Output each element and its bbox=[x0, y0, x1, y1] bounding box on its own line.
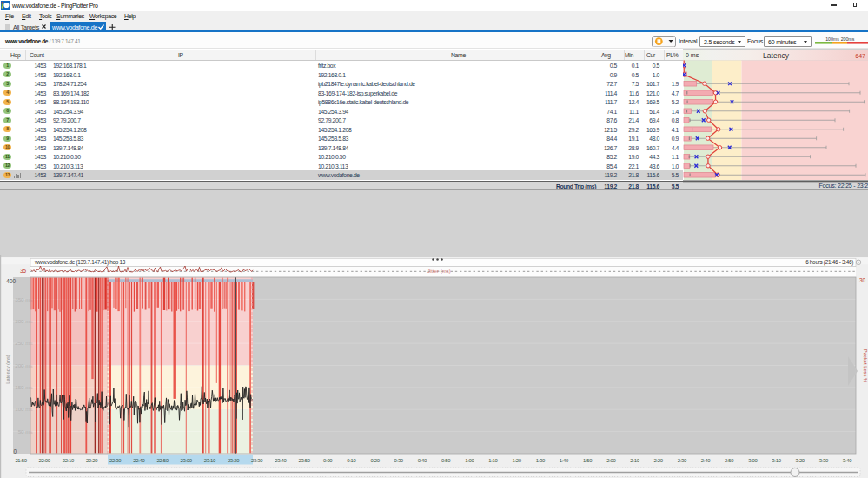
svg-text:1:20: 1:20 bbox=[512, 458, 521, 463]
svg-text:Jitter (ms): Jitter (ms) bbox=[427, 269, 451, 274]
svg-text:30: 30 bbox=[859, 277, 866, 283]
svg-text:3:30: 3:30 bbox=[819, 458, 829, 463]
svg-text:2:20: 2:20 bbox=[653, 458, 663, 463]
svg-text:22:00: 22:00 bbox=[39, 458, 51, 463]
svg-text:23:10: 23:10 bbox=[204, 458, 216, 463]
svg-text:2:40: 2:40 bbox=[701, 458, 711, 463]
svg-text:Latency: Latency bbox=[763, 51, 790, 60]
svg-text:2:00: 2:00 bbox=[606, 458, 616, 463]
svg-text:250 ms: 250 ms bbox=[15, 340, 32, 346]
svg-text:Focus: 22:25 - 23:2: Focus: 22:25 - 23:2 bbox=[818, 183, 868, 189]
svg-text:22:10: 22:10 bbox=[63, 458, 75, 463]
svg-text:0:00: 0:00 bbox=[323, 458, 333, 463]
svg-text:2:30: 2:30 bbox=[678, 458, 687, 463]
svg-text:22:40: 22:40 bbox=[133, 458, 145, 463]
svg-text:0 ms: 0 ms bbox=[686, 52, 699, 58]
svg-text:23:30: 23:30 bbox=[251, 458, 263, 463]
svg-text:3:00: 3:00 bbox=[748, 458, 758, 463]
svg-text:www.vodafone.de (139.7.147.41): www.vodafone.de (139.7.147.41) hop 13 bbox=[34, 259, 126, 266]
svg-text:1:30: 1:30 bbox=[536, 458, 546, 463]
svg-text:6 hours (21:46 - 3:46): 6 hours (21:46 - 3:46) bbox=[805, 259, 853, 266]
svg-text:400: 400 bbox=[6, 278, 16, 284]
svg-text:21:50: 21:50 bbox=[15, 458, 27, 463]
svg-text:23:50: 23:50 bbox=[298, 458, 310, 463]
svg-text:23:20: 23:20 bbox=[228, 458, 240, 463]
svg-text:0:20: 0:20 bbox=[370, 458, 380, 463]
svg-text:35: 35 bbox=[20, 268, 27, 274]
svg-text:350 ms: 350 ms bbox=[15, 296, 32, 302]
svg-text:1:40: 1:40 bbox=[560, 458, 569, 463]
svg-text:1:10: 1:10 bbox=[488, 458, 498, 463]
svg-text:23:40: 23:40 bbox=[275, 458, 287, 463]
svg-text:647: 647 bbox=[855, 53, 865, 59]
svg-text:0:50: 0:50 bbox=[441, 458, 451, 463]
svg-text:0:30: 0:30 bbox=[394, 458, 404, 463]
svg-text:200ms: 200ms bbox=[841, 37, 855, 42]
svg-text:22:20: 22:20 bbox=[86, 458, 98, 463]
svg-text:2:10: 2:10 bbox=[630, 458, 639, 463]
svg-text:3:10: 3:10 bbox=[772, 458, 781, 463]
svg-text:3:40: 3:40 bbox=[843, 458, 852, 463]
svg-text:3:20: 3:20 bbox=[796, 458, 805, 463]
svg-text:100ms: 100ms bbox=[825, 37, 839, 42]
svg-text:Latency (ms): Latency (ms) bbox=[5, 355, 10, 384]
svg-text:200 ms: 200 ms bbox=[15, 362, 32, 368]
svg-text:2:50: 2:50 bbox=[725, 458, 734, 463]
svg-text:0:40: 0:40 bbox=[418, 458, 427, 463]
svg-text:1:00: 1:00 bbox=[465, 458, 474, 463]
svg-text:300 ms: 300 ms bbox=[15, 318, 32, 324]
svg-text:0:10: 0:10 bbox=[347, 458, 356, 463]
svg-text:1:50: 1:50 bbox=[583, 458, 593, 463]
svg-text:150 ms: 150 ms bbox=[15, 384, 32, 390]
svg-text:Packet Loss %: Packet Loss % bbox=[863, 349, 868, 382]
svg-text:22:30: 22:30 bbox=[109, 458, 122, 463]
svg-text:22:50: 22:50 bbox=[156, 458, 169, 463]
svg-text:0: 0 bbox=[13, 448, 17, 455]
svg-text:100 ms: 100 ms bbox=[15, 406, 32, 412]
svg-text:23:00: 23:00 bbox=[181, 458, 193, 463]
